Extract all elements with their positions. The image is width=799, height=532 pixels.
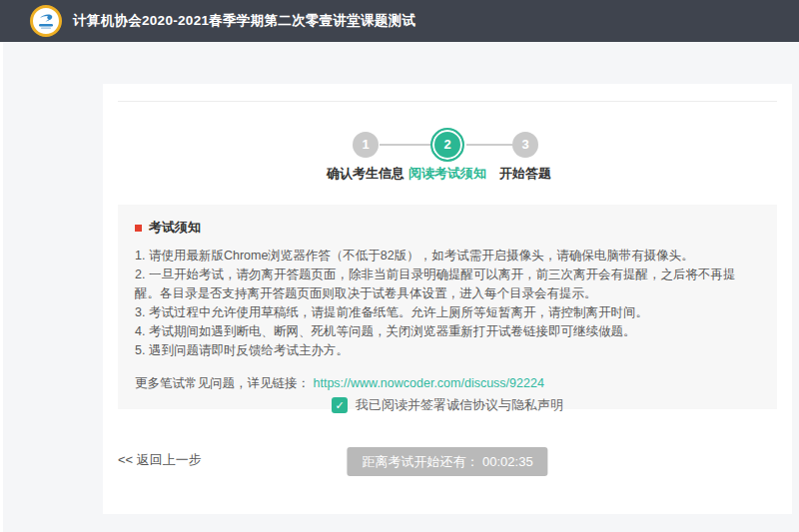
back-link[interactable]: << 返回上一步 [118, 451, 202, 469]
club-logo-icon [30, 5, 62, 37]
agreement-label: 我已阅读并签署诚信协议与隐私声明 [356, 396, 563, 414]
more-faq-line: 更多笔试常见问题，详见链接： https://www.nowcoder.com/… [135, 374, 760, 393]
notice-heading: 考试须知 [135, 219, 760, 237]
notice-item: 1. 请使用最新版Chrome浏览器作答（不低于82版），如考试需开启摄像头，请… [135, 247, 760, 266]
step-1-label: 确认考生信息 [327, 165, 404, 183]
exam-countdown-button: 距离考试开始还有： 00:02:35 [347, 447, 547, 476]
page-title: 计算机协会2020-2021春季学期第二次零壹讲堂课题测试 [73, 12, 415, 30]
step-2-label: 阅读考试须知 [408, 165, 486, 183]
timer-value: 00:02:35 [482, 454, 533, 469]
agreement-row: ✓ 我已阅读并签署诚信协议与隐私声明 [103, 396, 792, 414]
step-2-circle: 2 [430, 128, 464, 162]
exam-notice-box: 考试须知 1. 请使用最新版Chrome浏览器作答（不低于82版），如考试需开启… [118, 205, 777, 409]
stepper: 1 2 3 确认考生信息 阅读考试须知 开始答题 [103, 84, 792, 194]
more-faq-text: 更多笔试常见问题，详见链接： [135, 376, 310, 390]
step-connector [380, 144, 430, 146]
timer-prefix: 距离考试开始还有： [362, 454, 478, 469]
header: 计算机协会2020-2021春季学期第二次零壹讲堂课题测试 [0, 0, 799, 42]
step-connector [466, 144, 512, 146]
step-3-circle: 3 [512, 132, 538, 158]
exam-notice-page: 计算机协会2020-2021春季学期第二次零壹讲堂课题测试 1 2 3 确认考生… [0, 0, 799, 532]
notice-item: 2. 一旦开始考试，请勿离开答题页面，除非当前目录明确提醒可以离开，前三次离开会… [135, 266, 760, 303]
content-card: 1 2 3 确认考生信息 阅读考试须知 开始答题 考试须知 1. 请使用最新版C… [103, 84, 792, 514]
page-background: 1 2 3 确认考生信息 阅读考试须知 开始答题 考试须知 1. 请使用最新版C… [3, 42, 799, 532]
notice-item: 3. 考试过程中允许使用草稿纸，请提前准备纸笔。允许上厕所等短暂离开，请控制离开… [135, 303, 760, 322]
notice-item: 4. 考试期间如遇到断电、断网、死机等问题，关闭浏览器重新打开试卷链接即可继续做… [135, 322, 760, 341]
agreement-checkbox[interactable]: ✓ [332, 397, 348, 413]
step-3-label: 开始答题 [499, 165, 551, 183]
step-1-circle: 1 [353, 132, 379, 158]
faq-link[interactable]: https://www.nowcoder.com/discuss/92224 [313, 376, 543, 390]
notice-title: 考试须知 [149, 219, 201, 237]
red-square-bullet-icon [135, 225, 142, 232]
notice-item: 5. 遇到问题请即时反馈给考试主办方。 [135, 341, 760, 360]
